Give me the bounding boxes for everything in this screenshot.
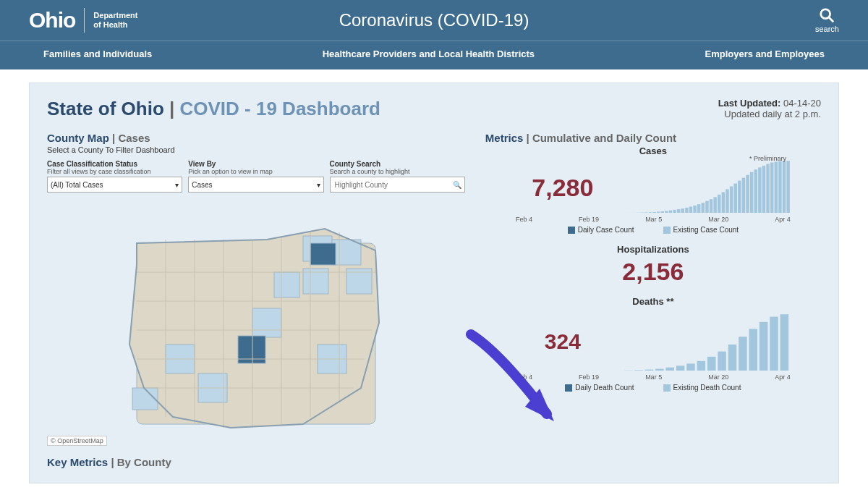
svg-rect-71 <box>655 369 664 371</box>
cases-value: 7,280 <box>516 174 610 202</box>
svg-rect-66 <box>783 161 786 213</box>
metric-hospitalizations: Hospitalizations 2,156 <box>485 244 821 286</box>
svg-rect-63 <box>770 162 773 213</box>
svg-rect-32 <box>644 212 647 213</box>
svg-rect-13 <box>310 243 336 265</box>
filter-viewby-select[interactable]: Cases▾ <box>188 177 323 193</box>
svg-rect-76 <box>707 357 716 371</box>
svg-rect-73 <box>676 366 685 371</box>
svg-rect-46 <box>701 203 704 213</box>
key-metrics-title: Key Metrics | By County <box>47 456 465 468</box>
svg-rect-39 <box>673 210 676 213</box>
svg-rect-53 <box>730 186 733 213</box>
svg-rect-65 <box>778 161 781 213</box>
svg-rect-35 <box>657 212 660 213</box>
svg-rect-61 <box>762 166 765 213</box>
chevron-down-icon: ▾ <box>175 181 179 189</box>
metric-deaths: Deaths ** 324 Feb 4Feb 19Mar 5Mar 20Apr … <box>485 296 821 392</box>
filter-county-search[interactable]: 🔍 <box>330 177 465 193</box>
logo-divider <box>84 8 85 33</box>
svg-rect-67 <box>786 161 789 213</box>
svg-rect-60 <box>758 167 761 213</box>
svg-rect-43 <box>689 207 692 213</box>
svg-rect-12 <box>252 308 281 337</box>
svg-rect-58 <box>750 172 753 213</box>
svg-rect-38 <box>669 211 672 213</box>
svg-rect-79 <box>739 337 747 371</box>
svg-rect-82 <box>770 317 778 371</box>
county-map[interactable]: © OpenStreetMap <box>47 200 465 446</box>
map-attribution[interactable]: © OpenStreetMap <box>47 436 107 446</box>
filter-classification-label: Case Classification Status <box>47 160 182 168</box>
map-filters: Case Classification Status Filter all vi… <box>47 160 465 193</box>
hospitalizations-value: 2,156 <box>485 258 821 286</box>
svg-rect-42 <box>685 208 688 213</box>
svg-rect-36 <box>660 211 663 213</box>
svg-point-0 <box>821 9 830 19</box>
deaths-legend: Daily Death Count Existing Death Count <box>485 384 821 392</box>
svg-rect-37 <box>665 211 668 213</box>
search-icon: 🔍 <box>453 181 461 189</box>
svg-rect-34 <box>652 212 655 213</box>
svg-rect-50 <box>718 195 720 213</box>
nav-item-families[interactable]: Families and Individuals <box>43 48 152 59</box>
svg-rect-51 <box>722 192 725 213</box>
svg-rect-74 <box>686 363 695 371</box>
county-map-subtext: Select a County To Filter Dashboard <box>47 145 465 154</box>
metric-cases: Cases 7,280 * Preliminary Feb 4Feb 19Mar… <box>485 145 821 234</box>
filter-county-label: County Search <box>330 160 465 168</box>
svg-rect-52 <box>726 189 728 213</box>
svg-rect-33 <box>649 212 652 213</box>
svg-rect-70 <box>645 370 654 371</box>
dashboard-title: State of Ohio | COVID - 19 Dashboard <box>47 98 380 120</box>
filter-viewby-label: View By <box>188 160 323 168</box>
svg-rect-75 <box>697 361 706 371</box>
svg-rect-81 <box>760 322 768 371</box>
svg-rect-57 <box>746 175 749 213</box>
last-updated: Last Updated: 04-14-20 Updated daily at … <box>718 98 821 119</box>
metrics-section-title: Metrics | Cumulative and Daily Count <box>485 132 821 144</box>
svg-rect-45 <box>697 204 700 213</box>
cases-axis-ticks: Feb 4Feb 19Mar 5Mar 20Apr 4 <box>516 216 791 223</box>
deaths-value: 324 <box>516 329 610 354</box>
svg-rect-44 <box>693 206 696 213</box>
nav-item-employers[interactable]: Employers and Employees <box>705 48 825 59</box>
cases-chart[interactable]: * Preliminary <box>624 159 791 216</box>
deaths-chart[interactable] <box>624 310 791 373</box>
svg-rect-54 <box>733 184 736 213</box>
chevron-down-icon: ▾ <box>317 181 320 189</box>
search-icon <box>819 7 835 23</box>
svg-rect-72 <box>665 368 674 371</box>
logo-text: Ohio <box>29 8 75 33</box>
svg-rect-40 <box>677 209 680 213</box>
svg-line-1 <box>829 17 833 22</box>
svg-rect-4 <box>332 240 361 265</box>
svg-rect-56 <box>742 178 745 213</box>
primary-nav: Families and Individuals Healthcare Prov… <box>0 41 868 69</box>
svg-rect-48 <box>710 199 712 213</box>
svg-rect-83 <box>780 314 789 371</box>
search-button[interactable]: search <box>815 7 839 33</box>
svg-rect-62 <box>766 164 769 213</box>
site-header: Ohio Departmentof Health Coronavirus (CO… <box>0 0 868 41</box>
svg-rect-59 <box>754 169 757 213</box>
cases-legend: Daily Case Count Existing Case Count <box>485 226 821 234</box>
svg-rect-78 <box>728 345 737 371</box>
county-map-title: County Map | Cases <box>47 132 465 144</box>
nav-item-providers[interactable]: Healthcare Providers and Local Health Di… <box>323 48 535 59</box>
svg-rect-7 <box>274 272 299 297</box>
svg-rect-77 <box>718 352 726 371</box>
svg-rect-69 <box>634 370 643 371</box>
county-search-input[interactable] <box>333 180 453 190</box>
svg-rect-49 <box>713 197 716 213</box>
svg-rect-55 <box>738 181 741 213</box>
svg-rect-80 <box>749 329 757 371</box>
logo-subtext: Departmentof Health <box>93 11 137 30</box>
dashboard-panel: State of Ohio | COVID - 19 Dashboard Las… <box>29 83 839 483</box>
deaths-axis-ticks: Feb 4Feb 19Mar 5Mar 20Apr 4 <box>516 373 791 381</box>
filter-classification-select[interactable]: (All) Total Cases▾ <box>47 177 182 193</box>
page-title: Coronavirus (COVID-19) <box>339 10 529 30</box>
logo[interactable]: Ohio Departmentof Health <box>29 8 137 33</box>
svg-rect-64 <box>774 161 777 213</box>
svg-rect-41 <box>681 208 684 213</box>
